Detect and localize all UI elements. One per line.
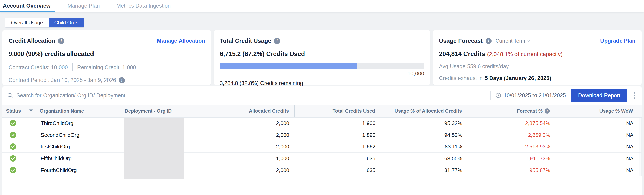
row-spacer (639, 141, 642, 152)
clock-icon (495, 92, 501, 98)
chevron-down-icon (527, 39, 531, 43)
top-tab-bar: Account Overview Manage Plan Metrics Dat… (0, 0, 644, 12)
usage-forecast-card: Usage Forecast i Current Term Upgrade Pl… (433, 30, 642, 85)
table-header-row: Status Organization Name Deployment - Or… (2, 104, 642, 118)
col-forecast-pct: Forecast % i (468, 105, 556, 117)
forecast-pct: 1,911.73% (468, 153, 556, 164)
row-spacer (639, 153, 642, 164)
search-input[interactable] (16, 92, 238, 99)
forecast-pct: 955.87% (468, 164, 556, 176)
status-success-icon (10, 167, 16, 173)
row-spacer (639, 118, 642, 129)
credits-used-headline: 6,715.2 (67.2%) Credits Used (220, 50, 424, 58)
status-success-icon (10, 120, 16, 126)
usage-wow: NA (556, 129, 639, 140)
tab-metrics-data-ingestion[interactable]: Metrics Data Ingestion (112, 0, 175, 12)
allocated-credits: 1,000 (208, 153, 295, 164)
status-success-icon (10, 132, 16, 138)
total-credits-used: 635 (295, 164, 381, 176)
info-icon[interactable]: i (486, 38, 492, 44)
tab-account-overview[interactable]: Account Overview (0, 0, 56, 12)
table-toolbar: 10/01/2025 to 21/01/2025 Download Report (2, 86, 642, 104)
search-box (7, 92, 490, 99)
usage-progress-bar (220, 63, 424, 68)
org-name: FourthChildOrg (36, 164, 122, 176)
forecast-credits-value: 204,814 Credits (439, 50, 485, 58)
download-report-button[interactable]: Download Report (571, 89, 627, 102)
usage-wow: NA (556, 153, 639, 164)
date-range-value: 10/01/2025 to 21/01/2025 (504, 92, 566, 99)
contract-credits-value: Contract Credits: 10,000 (8, 64, 68, 70)
redacted-deployment-ids-overlay (124, 118, 184, 178)
org-name: FifthChildOrg (36, 153, 122, 164)
usage-scope-toggle: Overall Usage Child Orgs (5, 18, 84, 28)
progress-max-label: 10,000 (220, 70, 424, 77)
summary-cards: Credit Allocation i Manage Allocation 9,… (2, 30, 642, 85)
date-range-picker[interactable]: 10/01/2025 to 21/01/2025 (495, 92, 566, 99)
credits-remaining-label: 3,284.8 (32.8%) Credits remaining (220, 80, 424, 86)
allocated-credits: 2,000 (208, 118, 295, 129)
toggle-overall-usage[interactable]: Overall Usage (5, 18, 48, 27)
allocated-credits: 2,000 (208, 164, 295, 176)
row-spacer (639, 164, 642, 176)
term-selector-dropdown[interactable]: Current Term (496, 38, 531, 44)
table-row[interactable]: FourthChildOrg 2,000 635 31.77% 955.87% … (2, 164, 642, 176)
usage-progress-fill (220, 63, 357, 68)
manage-allocation-link[interactable]: Manage Allocation (157, 38, 205, 44)
forecast-pct: 2,513.93% (468, 141, 556, 152)
info-icon[interactable]: i (545, 108, 550, 114)
exhaust-date-value: 5 Days (January 26, 2025) (485, 75, 551, 82)
total-credit-usage-title: Total Credit Usage (220, 38, 271, 44)
filter-icon[interactable] (28, 108, 34, 114)
table-row[interactable]: ThirdChildOrg 2,000 1,906 95.32% 2,875.5… (2, 118, 642, 129)
total-credits-used: 1,890 (295, 129, 381, 140)
col-allocated-credits: Allocated Credits (208, 105, 295, 117)
status-success-icon (10, 155, 16, 162)
org-name: ThirdChildOrg (36, 118, 122, 129)
tab-manage-plan[interactable]: Manage Plan (63, 0, 104, 12)
table-row[interactable]: SecondChildOrg 2,000 1,890 94.52% 2,859.… (2, 129, 642, 141)
status-success-icon (10, 144, 16, 150)
forecast-headline: 204,814 Credits(2,048.1% of current capa… (439, 50, 636, 58)
capacity-warning: (2,048.1% of current capacity) (487, 51, 563, 57)
usage-wow: NA (556, 164, 639, 176)
forecast-pct: 2,875.54% (468, 118, 556, 129)
col-forecast-pct-label: Forecast % (517, 108, 542, 114)
allocated-credits: 2,000 (208, 129, 295, 140)
table-row[interactable]: firstChildOrg 2,000 1,662 83.11% 2,513.9… (2, 141, 642, 153)
col-status: Status (6, 108, 21, 114)
col-usage-pct-allocated: Usage % of Allocated Credits (381, 105, 468, 117)
row-spacer (639, 129, 642, 140)
usage-wow: NA (556, 118, 639, 129)
usage-wow: NA (556, 141, 639, 152)
remaining-credit-value: Remaining Credit: 1,000 (77, 64, 136, 70)
allocated-credits: 2,000 (208, 141, 295, 152)
table-row[interactable]: FifthChildOrg 1,000 635 63.55% 1,911.73%… (2, 153, 642, 164)
info-icon[interactable]: i (58, 38, 64, 44)
total-credit-usage-card: Total Credit Usage i 6,715.2 (67.2%) Cre… (214, 30, 430, 85)
kebab-menu-icon[interactable] (632, 90, 637, 100)
usage-pct: 95.32% (381, 118, 468, 129)
usage-pct: 94.52% (381, 129, 468, 140)
col-usage-wow: Usage % WoW (556, 105, 639, 117)
header-spacer (639, 105, 642, 117)
search-icon (7, 92, 13, 98)
exhaust-prefix: Credits exhaust in (439, 75, 483, 82)
col-organization-name: Organization Name (36, 105, 122, 117)
usage-pct: 63.55% (381, 153, 468, 164)
term-selector-value: Current Term (496, 38, 525, 44)
col-deployment-org-id: Deployment - Org ID (122, 105, 208, 117)
org-name: firstChildOrg (36, 141, 122, 152)
upgrade-plan-link[interactable]: Upgrade Plan (600, 38, 636, 44)
usage-pct: 31.77% (381, 164, 468, 176)
info-icon[interactable]: i (119, 77, 125, 83)
credit-allocation-card: Credit Allocation i Manage Allocation 9,… (2, 30, 211, 85)
total-credits-used: 1,906 (295, 118, 381, 129)
contract-period-value: Contract Period : Jan 10, 2025 - Jan 9, … (8, 77, 116, 83)
col-total-credits-used: Total Credits Used (295, 105, 381, 117)
toggle-child-orgs[interactable]: Child Orgs (48, 18, 84, 27)
forecast-pct: 2,859.3% (468, 129, 556, 140)
credits-allocated-headline: 9,000 (90%) credits allocated (8, 50, 205, 58)
child-orgs-table-card: 10/01/2025 to 21/01/2025 Download Report… (2, 86, 642, 195)
info-icon[interactable]: i (274, 38, 280, 44)
